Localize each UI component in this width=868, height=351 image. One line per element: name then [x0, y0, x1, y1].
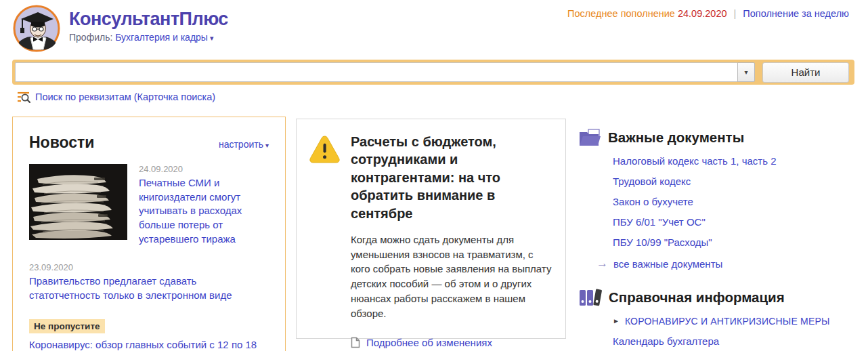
- important-docs-title: Важные документы: [608, 129, 744, 146]
- coronavirus-link[interactable]: КОРОНАВИРУС И АНТИКРИЗИСНЫЕ МЕРЫ: [625, 316, 830, 327]
- news-date: 24.09.2020: [139, 164, 269, 174]
- document-icon: [351, 337, 360, 348]
- doc-link[interactable]: ПБУ 6/01 "Учет ОС": [613, 216, 706, 228]
- chevron-down-icon: ▾: [744, 68, 747, 76]
- arrow-right-icon: ►: [613, 317, 620, 325]
- important-docs-section: Важные документы Налоговый кодекс часть …: [579, 129, 863, 270]
- dont-miss-badge: Не пропустите: [29, 319, 105, 333]
- all-important-docs-row: → все важные документы: [596, 257, 863, 270]
- doc-link[interactable]: ПБУ 10/99 "Расходы": [613, 236, 712, 248]
- news-image-newspapers: [29, 164, 127, 240]
- last-update-label: Последнее пополнение: [567, 8, 675, 19]
- search-input[interactable]: [15, 62, 737, 82]
- right-column: Важные документы Налоговый кодекс часть …: [579, 129, 863, 351]
- last-update-date: 24.09.2020: [678, 8, 727, 19]
- profile-row: Профиль: Бухгалтерия и кадры▾: [69, 32, 228, 43]
- consultant-plus-logo[interactable]: [12, 4, 61, 53]
- review-content: Расчеты с бюджетом, сотрудниками и контр…: [351, 133, 553, 348]
- news-item: Не пропустите Коронавирус: обзор главных…: [29, 306, 269, 351]
- header-brand: КонсультантПлюс Профиль: Бухгалтерия и к…: [12, 4, 228, 53]
- news-item: 24.09.2020 Печатные СМИ и книгоиздатели …: [29, 164, 269, 246]
- folder-icon: [579, 129, 601, 146]
- professor-logo-icon: [12, 4, 61, 53]
- doc-link[interactable]: Закон о бухучете: [613, 196, 693, 207]
- last-update: Последнее пополнение 24.09.2020: [567, 8, 726, 19]
- search-dropdown-button[interactable]: ▾: [737, 62, 755, 82]
- search-field: ▾: [15, 62, 755, 82]
- binders-icon: [579, 288, 602, 307]
- arrow-right-icon: →: [596, 257, 608, 270]
- review-body: Когда можно сдать документы для уменьшен…: [351, 232, 553, 321]
- consultant-plus-home: КонсультантПлюс Профиль: Бухгалтерия и к…: [0, 0, 868, 351]
- news-link[interactable]: Правительство предлагает сдавать статотч…: [29, 274, 269, 302]
- news-title: Новости: [29, 133, 94, 152]
- requisites-search-link[interactable]: Поиск по реквизитам (Карточка поиска): [35, 91, 215, 102]
- warning-icon: [309, 134, 341, 164]
- reference-link-item: Календарь бухгалтера: [613, 335, 863, 348]
- reference-link[interactable]: Календарь бухгалтера: [613, 335, 719, 347]
- news-configure-link[interactable]: настроить▾: [219, 139, 269, 150]
- doc-link-item: Трудовой кодекс: [613, 176, 863, 188]
- requisites-row: Поиск по реквизитам (Карточка поиска): [17, 91, 215, 103]
- news-link[interactable]: Коронавирус: обзор главных событий с 12 …: [29, 338, 269, 351]
- doc-link-item: ПБУ 6/01 "Учет ОС": [613, 216, 863, 228]
- news-date: 23.09.2020: [29, 262, 269, 272]
- find-button[interactable]: Найти: [762, 62, 849, 83]
- chevron-down-icon: ▾: [265, 142, 269, 149]
- news-panel: Новости настроить▾: [12, 117, 286, 351]
- review-title: Расчеты с бюджетом, сотрудниками и контр…: [351, 133, 553, 222]
- search-bar: ▾ Найти: [12, 60, 854, 85]
- doc-link-item: Закон о бухучете: [613, 196, 863, 208]
- header-updates: Последнее пополнение 24.09.2020 | Пополн…: [567, 8, 849, 19]
- important-docs-links: Налоговый кодекс часть 1, часть 2 Трудов…: [613, 155, 863, 249]
- all-important-docs-link[interactable]: все важные документы: [613, 258, 722, 270]
- profile-selector[interactable]: Бухгалтерия и кадры▾: [115, 32, 213, 43]
- reference-links: ► КОРОНАВИРУС И АНТИКРИЗИСНЫЕ МЕРЫ Кален…: [613, 316, 863, 351]
- separator: |: [734, 8, 737, 19]
- chevron-down-icon: ▾: [210, 34, 214, 42]
- news-item-text: 24.09.2020 Печатные СМИ и книгоиздатели …: [139, 164, 269, 246]
- reference-info-section: Справочная информация ► КОРОНАВИРУС И АН…: [579, 288, 863, 351]
- doc-link[interactable]: Трудовой кодекс: [613, 176, 691, 187]
- doc-link[interactable]: Налоговый кодекс часть 1, часть 2: [613, 155, 777, 167]
- review-more-row: Подробнее об изменениях: [351, 337, 553, 348]
- review-details-link[interactable]: Подробнее об изменениях: [366, 337, 492, 348]
- weekly-update-link[interactable]: Пополнение за неделю: [743, 8, 849, 19]
- doc-link-item: ПБУ 10/99 "Расходы": [613, 236, 863, 249]
- card-search-icon: [17, 91, 30, 103]
- monthly-review-card: Расчеты с бюджетом, сотрудниками и контр…: [296, 119, 566, 339]
- news-link[interactable]: Печатные СМИ и книгоиздатели смогут учит…: [139, 176, 269, 246]
- news-header: Новости настроить▾: [29, 133, 269, 152]
- app-title: КонсультантПлюс: [69, 9, 228, 30]
- reference-info-title: Справочная информация: [609, 289, 785, 306]
- doc-link-item: Налоговый кодекс часть 1, часть 2: [613, 155, 863, 167]
- brand-text: КонсультантПлюс Профиль: Бухгалтерия и к…: [69, 4, 228, 43]
- news-item: 23.09.2020 Правительство предлагает сдав…: [29, 262, 269, 302]
- reference-link-item: ► КОРОНАВИРУС И АНТИКРИЗИСНЫЕ МЕРЫ: [613, 316, 863, 327]
- profile-label: Профиль:: [69, 32, 112, 43]
